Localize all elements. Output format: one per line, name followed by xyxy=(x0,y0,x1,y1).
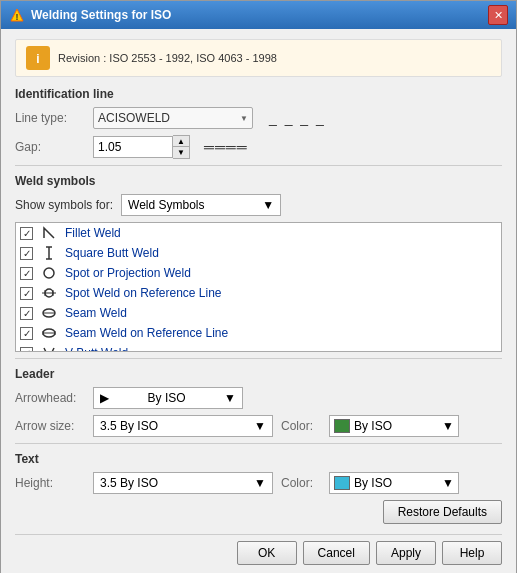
revision-bar: i Revision : ISO 2553 - 1992, ISO 4063 -… xyxy=(15,39,502,77)
welding-settings-dialog: ! Welding Settings for ISO ✕ i Revision … xyxy=(0,0,517,573)
text-title: Text xyxy=(15,452,502,466)
arrowhead-arrow-icon: ▼ xyxy=(224,391,236,405)
list-item: Fillet Weld xyxy=(16,223,501,243)
weld-symbols-combo[interactable]: Weld Symbols ▼ xyxy=(121,194,281,216)
apply-button[interactable]: Apply xyxy=(376,541,436,565)
gap-row: Gap: 1.05 ▲ ▼ ════ xyxy=(15,135,502,159)
spot-ref-symbol xyxy=(39,284,59,302)
fillet-weld-name: Fillet Weld xyxy=(65,226,121,240)
gap-spinfield: 1.05 ▲ ▼ xyxy=(93,135,190,159)
text-height-value: 3.5 By ISO xyxy=(100,476,158,490)
seam-weld-name: Seam Weld xyxy=(65,306,127,320)
arrowhead-label: Arrowhead: xyxy=(15,391,85,405)
arrowhead-row: Arrowhead: ▶ By ISO ▼ xyxy=(15,387,502,409)
leader-color-combo[interactable]: By ISO ▼ xyxy=(329,415,459,437)
weld-symbols-arrow-icon: ▼ xyxy=(262,198,274,212)
show-symbols-row: Show symbols for: Weld Symbols ▼ xyxy=(15,194,502,216)
leader-color-value: By ISO xyxy=(354,419,392,433)
seam-weld-checkbox[interactable] xyxy=(20,307,33,320)
cancel-button[interactable]: Cancel xyxy=(303,541,370,565)
title-bar-left: ! Welding Settings for ISO xyxy=(9,7,171,23)
dialog-content: i Revision : ISO 2553 - 1992, ISO 4063 -… xyxy=(1,29,516,573)
leader-color-label: Color: xyxy=(281,419,321,433)
leader-color-box xyxy=(334,419,350,433)
leader-title: Leader xyxy=(15,367,502,381)
arrow-size-value: 3.5 By ISO xyxy=(100,419,158,433)
text-color-box xyxy=(334,476,350,490)
line-type-value: ACISOWELD xyxy=(98,111,170,125)
line-type-row: Line type: ACISOWELD ▼ _ _ _ _ xyxy=(15,107,502,129)
line-type-label: Line type: xyxy=(15,111,85,125)
spot-weld-symbol xyxy=(39,264,59,282)
svg-text:!: ! xyxy=(16,12,19,22)
text-height-arrow-icon: ▼ xyxy=(254,476,266,490)
list-item: Square Butt Weld xyxy=(16,243,501,263)
identification-title: Identification line xyxy=(15,87,502,101)
svg-point-7 xyxy=(44,268,54,278)
svg-text:i: i xyxy=(36,52,39,66)
spot-weld-checkbox[interactable] xyxy=(20,267,33,280)
v-butt-symbol xyxy=(39,344,59,352)
dialog-title: Welding Settings for ISO xyxy=(31,8,171,22)
spot-weld-name: Spot or Projection Weld xyxy=(65,266,191,280)
arrowhead-combo[interactable]: ▶ By ISO ▼ xyxy=(93,387,243,409)
weld-symbols-value: Weld Symbols xyxy=(128,198,204,212)
divider-3 xyxy=(15,443,502,444)
restore-defaults-button[interactable]: Restore Defaults xyxy=(383,500,502,524)
list-item: Seam Weld on Reference Line xyxy=(16,323,501,343)
text-height-combo[interactable]: 3.5 By ISO ▼ xyxy=(93,472,273,494)
dialog-icon: ! xyxy=(9,7,25,23)
arrow-size-combo[interactable]: 3.5 By ISO ▼ xyxy=(93,415,273,437)
line-type-combo[interactable]: ACISOWELD ▼ xyxy=(93,107,253,129)
gap-input[interactable]: 1.05 xyxy=(93,136,173,158)
revision-text: Revision : ISO 2553 - 1992, ISO 4063 - 1… xyxy=(58,52,277,64)
arrow-size-arrow-icon: ▼ xyxy=(254,419,266,433)
v-butt-name: V Butt Weld xyxy=(65,346,128,352)
text-color-combo[interactable]: By ISO ▼ xyxy=(329,472,459,494)
list-item: Seam Weld xyxy=(16,303,501,323)
text-color-label: Color: xyxy=(281,476,321,490)
leader-color-arrow-icon: ▼ xyxy=(442,419,454,433)
gap-up-button[interactable]: ▲ xyxy=(173,136,189,147)
gap-label: Gap: xyxy=(15,140,85,154)
v-butt-checkbox[interactable] xyxy=(20,347,33,353)
spot-ref-checkbox[interactable] xyxy=(20,287,33,300)
arrow-size-row: Arrow size: 3.5 By ISO ▼ Color: By ISO ▼ xyxy=(15,415,502,437)
bottom-buttons: OK Cancel Apply Help xyxy=(15,534,502,569)
restore-row: Restore Defaults xyxy=(15,500,502,524)
combo-arrow-icon: ▼ xyxy=(240,114,248,123)
linetype-dashes: _ _ _ _ xyxy=(269,110,326,126)
arrow-size-label: Arrow size: xyxy=(15,419,85,433)
seam-ref-checkbox[interactable] xyxy=(20,327,33,340)
divider-2 xyxy=(15,358,502,359)
gap-spinner: ▲ ▼ xyxy=(173,135,190,159)
list-item: V Butt Weld xyxy=(16,343,501,352)
show-symbols-label: Show symbols for: xyxy=(15,198,113,212)
seam-weld-symbol xyxy=(39,304,59,322)
fillet-weld-symbol xyxy=(39,224,59,242)
list-item: Spot Weld on Reference Line xyxy=(16,283,501,303)
list-item: Spot or Projection Weld xyxy=(16,263,501,283)
text-color-value: By ISO xyxy=(354,476,392,490)
spot-ref-name: Spot Weld on Reference Line xyxy=(65,286,222,300)
gap-down-button[interactable]: ▼ xyxy=(173,147,189,158)
square-butt-name: Square Butt Weld xyxy=(65,246,159,260)
seam-ref-symbol xyxy=(39,324,59,342)
divider-1 xyxy=(15,165,502,166)
text-height-row: Height: 3.5 By ISO ▼ Color: By ISO ▼ xyxy=(15,472,502,494)
ok-button[interactable]: OK xyxy=(237,541,297,565)
fillet-weld-checkbox[interactable] xyxy=(20,227,33,240)
seam-ref-name: Seam Weld on Reference Line xyxy=(65,326,228,340)
text-color-arrow-icon: ▼ xyxy=(442,476,454,490)
arrowhead-value: By ISO xyxy=(148,391,186,405)
square-butt-checkbox[interactable] xyxy=(20,247,33,260)
weld-list: Fillet Weld Square Butt Weld xyxy=(15,222,502,352)
close-button[interactable]: ✕ xyxy=(488,5,508,25)
arrowhead-icon: ▶ xyxy=(100,391,109,405)
help-button[interactable]: Help xyxy=(442,541,502,565)
text-height-label: Height: xyxy=(15,476,85,490)
title-bar: ! Welding Settings for ISO ✕ xyxy=(1,1,516,29)
equals-dashes: ════ xyxy=(204,139,248,155)
square-butt-symbol xyxy=(39,244,59,262)
weld-symbols-title: Weld symbols xyxy=(15,174,502,188)
